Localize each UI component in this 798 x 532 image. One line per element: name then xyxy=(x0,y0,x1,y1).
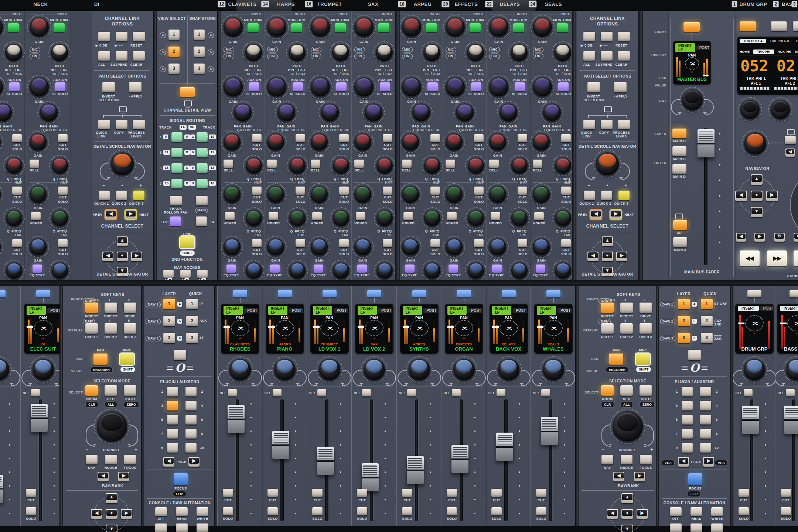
locate-left-button[interactable]: ◀ xyxy=(736,233,746,242)
pan-encoder-button[interactable] xyxy=(609,354,623,365)
lower-dpad-left[interactable]: ◀ xyxy=(91,509,102,519)
eq-freq-knob[interactable] xyxy=(246,262,262,279)
auto-latch-button[interactable] xyxy=(690,524,702,532)
plugin-button-3[interactable] xyxy=(167,401,178,410)
channel-prev-button[interactable]: ◀ xyxy=(590,210,601,219)
plugin-button-9[interactable] xyxy=(682,443,693,453)
eq-gain-knob[interactable] xyxy=(489,133,506,150)
layer-button-1[interactable]: 1 xyxy=(163,299,175,309)
strip-fader-cap[interactable] xyxy=(228,405,245,433)
cut-button[interactable] xyxy=(402,489,412,497)
plugin-button-4[interactable] xyxy=(700,401,711,410)
strip-display-button[interactable] xyxy=(747,290,761,297)
bay-bank-right[interactable]: ▶ xyxy=(118,472,129,481)
quick-1-button[interactable] xyxy=(99,191,110,200)
link-zero-button[interactable] xyxy=(98,32,110,41)
strip-encoder-knob[interactable] xyxy=(498,359,519,380)
eq-cut-solo-button[interactable] xyxy=(518,187,527,195)
detail-scroll-knob[interactable] xyxy=(111,152,134,175)
bell-button[interactable] xyxy=(224,160,233,168)
link-clear-button[interactable] xyxy=(618,51,630,61)
main-a-button[interactable] xyxy=(673,237,687,247)
eq-freq-knob[interactable] xyxy=(333,262,349,279)
eq-freq-knob[interactable] xyxy=(511,157,528,174)
path-knob[interactable] xyxy=(332,44,349,61)
solo-button[interactable] xyxy=(536,507,546,515)
mon-trim-button[interactable] xyxy=(426,23,437,32)
solo-button[interactable] xyxy=(267,507,278,515)
strip-display-button[interactable] xyxy=(323,290,337,297)
master-soft-button-1[interactable] xyxy=(740,21,756,31)
bell-button[interactable] xyxy=(489,160,499,168)
mon-trim-button[interactable] xyxy=(513,23,524,32)
focus-flip-button[interactable] xyxy=(688,473,702,485)
auto-latch-button[interactable] xyxy=(176,524,188,532)
eq-cut-solo-button[interactable] xyxy=(561,239,571,247)
strip-display-button[interactable] xyxy=(502,290,516,297)
quick-1-button[interactable] xyxy=(584,191,595,200)
mode-norm-button[interactable] xyxy=(601,385,614,396)
link-quick-link-button[interactable] xyxy=(98,120,110,129)
sf-on-button[interactable] xyxy=(427,82,438,91)
eq-freq-knob[interactable] xyxy=(289,210,306,226)
mon-trim-button[interactable] xyxy=(470,23,481,32)
bell-button[interactable] xyxy=(402,160,412,168)
eq-freq-knob[interactable] xyxy=(424,262,440,279)
eq-cut-solo-button[interactable] xyxy=(296,187,305,195)
eq-type-button[interactable] xyxy=(226,265,236,273)
strip-fader-cap[interactable] xyxy=(784,406,798,434)
navigator-dpad-center[interactable]: ● xyxy=(751,191,763,201)
channel-prev-button[interactable]: ◀ xyxy=(105,210,116,219)
lower-dpad-right[interactable]: ▶ xyxy=(637,509,648,519)
lower-dpad-down[interactable]: ▼ xyxy=(106,525,117,532)
loop-button[interactable]: ↻ xyxy=(774,233,785,242)
layer-button-3[interactable]: 3 xyxy=(678,333,690,343)
nudge-button[interactable] xyxy=(621,455,632,464)
eq-gain-knob[interactable] xyxy=(489,186,506,203)
eq-gain-knob[interactable] xyxy=(446,186,463,203)
nav-button[interactable] xyxy=(601,455,613,464)
eq-gain-knob[interactable] xyxy=(402,238,419,255)
strip-fader-cap[interactable] xyxy=(541,417,558,445)
sel-button[interactable] xyxy=(744,389,753,396)
mode-rec-button[interactable] xyxy=(620,385,633,396)
link-clear-button[interactable] xyxy=(133,51,145,61)
solo-button[interactable] xyxy=(781,507,791,515)
navigator-dpad-right[interactable]: ▶ xyxy=(766,191,778,201)
sf-gain-knob[interactable] xyxy=(446,77,465,96)
route-button-left-2[interactable] xyxy=(171,148,183,157)
sf-on-button[interactable] xyxy=(293,82,303,91)
eq-cut-solo-button[interactable] xyxy=(474,239,484,247)
input-gain-knob[interactable] xyxy=(224,17,243,37)
sel-button[interactable] xyxy=(541,389,550,396)
eq-freq-knob[interactable] xyxy=(468,157,484,174)
eq-gain-knob[interactable] xyxy=(224,133,241,150)
eq-cut-solo-button[interactable] xyxy=(339,187,349,195)
lower-dpad-center[interactable]: ● xyxy=(106,509,117,519)
sf-pan-knob[interactable] xyxy=(543,103,561,121)
sf-gain-knob[interactable] xyxy=(354,77,374,96)
apply-button[interactable] xyxy=(614,82,627,92)
main-b-button[interactable] xyxy=(672,129,686,138)
eq-gain-knob[interactable] xyxy=(311,133,328,150)
mon-trim-button[interactable] xyxy=(291,23,302,32)
mode-auto-button[interactable] xyxy=(124,385,136,396)
strip-display-button[interactable] xyxy=(233,290,247,297)
mode-auto-button[interactable] xyxy=(640,385,652,396)
bell-button[interactable] xyxy=(533,160,542,168)
soft-key-drive[interactable] xyxy=(124,303,136,313)
master-knob-2[interactable] xyxy=(771,100,790,119)
master-soft-button-2[interactable] xyxy=(771,21,787,31)
strip-fader-cap[interactable] xyxy=(362,463,379,491)
quick-button-1[interactable]: 1 xyxy=(701,299,713,309)
strip-display-button[interactable] xyxy=(278,290,292,297)
view-select-button-1[interactable]: 1 xyxy=(168,30,180,40)
path-knob[interactable] xyxy=(467,44,484,61)
eq-freq-knob[interactable] xyxy=(424,210,440,226)
sel-button[interactable] xyxy=(452,389,461,396)
sf-gain-knob[interactable] xyxy=(489,77,508,96)
strip-encoder-knob[interactable] xyxy=(744,359,765,380)
navigator-knob[interactable] xyxy=(744,132,766,154)
channel-knob[interactable] xyxy=(613,411,643,441)
eq-gain-knob[interactable] xyxy=(402,133,419,150)
